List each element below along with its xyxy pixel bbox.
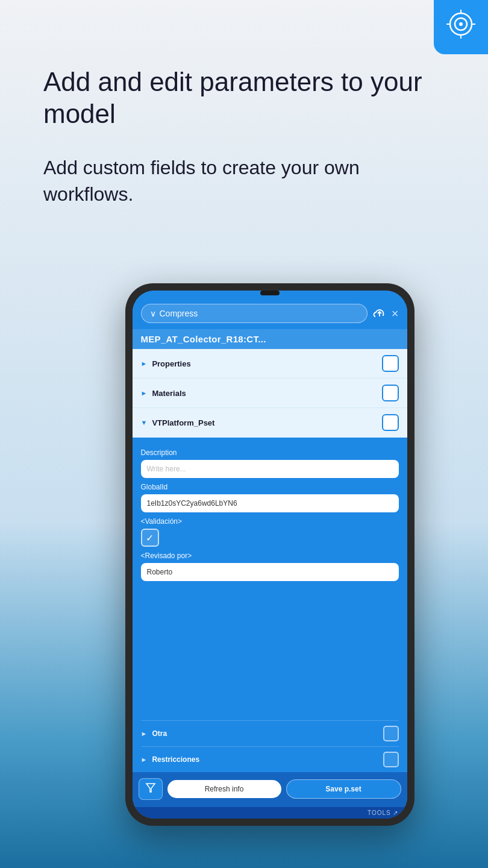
properties-label: Properties — [152, 359, 377, 368]
phone-outer: ∨ Compress × MEP_AT_Colector_R18:CT... — [125, 283, 414, 826]
tools-label: TOOLS ↗ — [368, 810, 399, 816]
filter-icon — [145, 782, 156, 796]
revisado-input[interactable]: Roberto — [141, 563, 399, 581]
vtplatform-checkbox[interactable] — [382, 414, 399, 431]
description-input[interactable]: Write here... — [141, 460, 399, 478]
chevron-down-icon: ∨ — [150, 309, 156, 318]
validacion-checkbox[interactable]: ✓ — [141, 529, 159, 547]
properties-checkbox[interactable] — [382, 355, 399, 372]
materials-row[interactable]: ► Materials — [133, 379, 407, 408]
refresh-info-button[interactable]: Refresh info — [167, 780, 281, 798]
otra-label: Otra — [152, 729, 378, 738]
properties-bullet: ► — [141, 360, 148, 367]
vtplatform-label: VTPlatform_Pset — [152, 418, 377, 427]
materials-bullet: ► — [141, 389, 148, 397]
bottom-rows: ► Otra ► Restricciones — [133, 720, 407, 772]
materials-checkbox[interactable] — [382, 385, 399, 401]
vtplatform-bullet: ▼ — [141, 419, 148, 426]
action-bar: Refresh info Save p.set — [133, 772, 407, 807]
compress-dropdown[interactable]: ∨ Compress — [141, 304, 368, 323]
save-pset-button[interactable]: Save p.set — [286, 779, 401, 799]
page-title: Add and edit parameters to your model — [43, 66, 445, 130]
properties-area: ► Properties ► Materials ▼ VTPlatform_Ps… — [133, 349, 407, 720]
compress-label: Compress — [160, 309, 198, 318]
materials-label: Materials — [152, 389, 377, 398]
restricciones-label: Restricciones — [152, 755, 378, 764]
model-title: MEP_AT_Colector_R18:CT... — [133, 329, 407, 349]
svg-point-2 — [459, 22, 463, 26]
restricciones-row[interactable]: ► Restricciones — [141, 746, 399, 772]
globalid-label: GlobalId — [141, 483, 399, 491]
phone-mockup: ∨ Compress × MEP_AT_Colector_R18:CT... — [87, 283, 452, 826]
page-subtitle: Add custom fields to create your own wor… — [43, 154, 445, 209]
validacion-label: <Validación> — [141, 517, 399, 526]
close-icon[interactable]: × — [392, 307, 399, 321]
phone-screen: ∨ Compress × MEP_AT_Colector_R18:CT... — [133, 291, 407, 819]
screen-topbar: ∨ Compress × — [133, 291, 407, 329]
properties-row[interactable]: ► Properties — [133, 349, 407, 379]
revisado-label: <Revisado por> — [141, 552, 399, 560]
vtplatform-row[interactable]: ▼ VTPlatform_Pset — [133, 408, 407, 438]
screen-content: ∨ Compress × MEP_AT_Colector_R18:CT... — [133, 291, 407, 819]
globalid-input[interactable]: 1eIb1z0sYC2ya6wd6LbYN6 — [141, 494, 399, 512]
filter-button[interactable] — [139, 778, 163, 800]
form-area: Description Write here... GlobalId 1eIb1… — [133, 438, 407, 720]
otra-bullet: ► — [141, 730, 148, 737]
tools-bar: TOOLS ↗ — [133, 807, 407, 819]
restricciones-checkbox[interactable] — [383, 752, 399, 767]
restricciones-bullet: ► — [141, 756, 148, 763]
main-text-block: Add and edit parameters to your model Ad… — [43, 66, 445, 208]
cloud-upload-icon[interactable] — [372, 307, 387, 321]
logo-corner — [434, 0, 488, 54]
description-label: Description — [141, 448, 399, 457]
checkmark-icon: ✓ — [146, 532, 154, 544]
otra-checkbox[interactable] — [383, 726, 399, 741]
otra-row[interactable]: ► Otra — [141, 720, 399, 746]
phone-notch — [260, 291, 280, 295]
svg-marker-8 — [146, 784, 155, 792]
logo-icon — [446, 10, 475, 45]
